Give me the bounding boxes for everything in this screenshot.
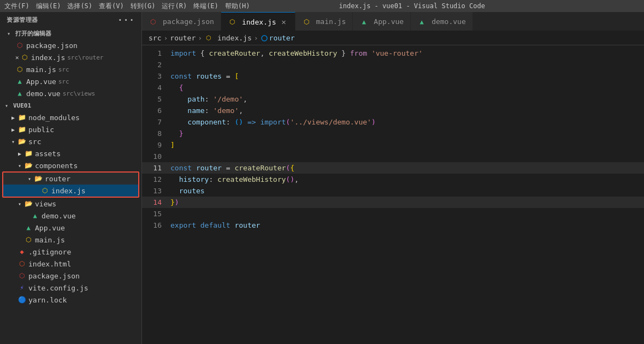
line-content: })	[168, 197, 644, 208]
tree-item-components[interactable]: ▾ 📂 components	[0, 159, 141, 171]
vue-icon: ▲	[15, 77, 24, 86]
spacer	[9, 259, 17, 268]
tab-main-js[interactable]: ⬡ main.js	[296, 12, 353, 31]
menu-view[interactable]: 查看(V)	[99, 2, 124, 11]
code-line-16: 16 export default router	[142, 220, 644, 231]
tree-item-assets[interactable]: ▶ 📁 assets	[0, 147, 141, 159]
line-content: ]	[168, 139, 644, 151]
js-icon: ⬡	[15, 65, 24, 74]
tree-item-gitignore[interactable]: ◆ .gitignore	[0, 246, 141, 258]
tree-item-demo-vue[interactable]: ▲ demo.vue	[0, 210, 141, 222]
open-file-main-js[interactable]: ⬡ main.js src	[0, 63, 141, 75]
breadcrumb-sep: ›	[163, 34, 168, 42]
open-file-index-js[interactable]: ✕ ⬡ index.js src\router	[0, 51, 141, 63]
code-line-7: 7 component: () => import('../views/demo…	[142, 116, 644, 128]
line-number: 5	[142, 93, 168, 105]
window-title: index.js - vue01 - Visual Studio Code	[250, 2, 575, 10]
line-content: history: createWebHistory(),	[168, 174, 644, 185]
open-file-demo-vue[interactable]: ▲ demo.vue src\views	[0, 87, 141, 99]
open-file-label: demo.vue	[26, 90, 61, 98]
editor-area: ⬡ package.json ⬡ index.js ✕ ⬡ main.js ▲ …	[142, 12, 644, 344]
folder-icon: 📂	[24, 161, 33, 170]
tree-item-public[interactable]: ▶ 📁 public	[0, 123, 141, 135]
expand-icon: ▶	[9, 113, 17, 122]
breadcrumb-symbol[interactable]: router	[261, 34, 295, 43]
open-editors-label: 打开的编辑器	[15, 29, 51, 38]
expand-icon: ▾	[15, 199, 24, 208]
tree-item-index-html[interactable]: ⬡ index.html	[0, 258, 141, 270]
vue-icon: ▲	[31, 211, 39, 220]
close-icon[interactable]: ✕	[15, 54, 19, 61]
project-section[interactable]: ▾ VUE01	[0, 99, 141, 111]
tree-item-package-json2[interactable]: ⬡ package.json	[0, 270, 141, 282]
tab-close-button[interactable]: ✕	[280, 17, 288, 26]
menu-file[interactable]: 文件(F)	[4, 2, 29, 11]
title-bar: 文件(F) 编辑(E) 选择(S) 查看(V) 转到(G) 运行(R) 终端(E…	[0, 0, 644, 12]
npm-icon: ⬡	[15, 41, 24, 50]
tree-item-router[interactable]: ▾ 📂 router	[3, 173, 138, 185]
tree-item-yarn-lock[interactable]: 🔵 yarn.lock	[0, 294, 141, 306]
menu-goto[interactable]: 转到(G)	[131, 2, 156, 11]
tree-item-label: components	[35, 162, 78, 170]
line-content: const router = createRouter({	[168, 162, 644, 174]
folder-icon: 📁	[24, 149, 33, 158]
line-number: 12	[142, 174, 168, 185]
line-number: 4	[142, 82, 168, 93]
tab-index-js[interactable]: ⬡ index.js ✕	[221, 12, 296, 31]
tree-item-node-modules[interactable]: ▶ 📁 node_modules	[0, 111, 141, 123]
folder-icon: 📂	[17, 137, 26, 146]
vue-icon: ▲	[15, 89, 24, 98]
tree-item-src[interactable]: ▾ 📂 src	[0, 135, 141, 147]
menu-select[interactable]: 选择(S)	[67, 2, 92, 11]
open-editors-section[interactable]: ▾ 打开的编辑器	[0, 27, 141, 39]
line-number: 16	[142, 220, 168, 231]
breadcrumb-sep: ›	[254, 34, 258, 42]
line-number: 1	[142, 48, 168, 59]
tree-item-main-js2[interactable]: ⬡ main.js	[0, 234, 141, 246]
yarn-icon: 🔵	[17, 295, 26, 304]
js-icon: ⬡	[24, 235, 33, 244]
breadcrumb-file[interactable]: index.js	[217, 34, 252, 42]
line-content: name: 'demo',	[168, 105, 644, 116]
sidebar-header: 资源管理器 ···	[0, 12, 141, 27]
menu-help[interactable]: 帮助(H)	[225, 2, 250, 11]
js-icon: ⬡	[40, 186, 49, 195]
spacer	[15, 223, 24, 232]
tree-item-app-vue2[interactable]: ▲ App.vue	[0, 222, 141, 234]
open-file-app-vue[interactable]: ▲ App.vue src	[0, 75, 141, 87]
project-arrow: ▾	[2, 101, 11, 110]
tree-item-router-index[interactable]: ⬡ index.js	[3, 185, 138, 197]
tab-package-json[interactable]: ⬡ package.json	[142, 12, 221, 31]
tree-item-label: assets	[35, 150, 61, 158]
open-file-package-json[interactable]: ⬡ package.json	[0, 39, 141, 51]
line-content: import { createRouter, createWebHistory …	[168, 48, 644, 59]
code-line-9: 9 ]	[142, 139, 644, 151]
tree-item-label: index.html	[28, 260, 71, 268]
code-editor[interactable]: 1 import { createRouter, createWebHistor…	[142, 45, 644, 344]
menu-edit[interactable]: 编辑(E)	[36, 2, 61, 11]
menu-terminal[interactable]: 终端(E)	[193, 2, 218, 11]
expand-icon: ▾	[25, 174, 34, 183]
spacer	[9, 271, 17, 280]
tab-app-vue[interactable]: ▲ App.vue	[353, 12, 411, 31]
tree-item-label: router	[45, 175, 70, 183]
file-path: src\views	[63, 90, 96, 97]
line-number: 11	[142, 162, 168, 174]
git-icon: ◆	[17, 247, 26, 256]
tree-item-views[interactable]: ▾ 📂 views	[0, 198, 141, 210]
spacer	[9, 283, 17, 292]
menu-bar[interactable]: 文件(F) 编辑(E) 选择(S) 查看(V) 转到(G) 运行(R) 终端(E…	[4, 2, 250, 11]
js-icon: ⬡	[302, 17, 311, 26]
line-number: 6	[142, 105, 168, 116]
tree-item-vite-config[interactable]: ⚡ vite.config.js	[0, 282, 141, 294]
sidebar-more-button[interactable]: ···	[117, 15, 135, 25]
vite-icon: ⚡	[17, 283, 26, 292]
tab-demo-vue[interactable]: ▲ demo.vue	[411, 12, 473, 31]
breadcrumb-router[interactable]: router	[170, 34, 196, 42]
tree-item-label: package.json	[28, 272, 80, 280]
tree-item-label: yarn.lock	[28, 296, 67, 304]
breadcrumb-src[interactable]: src	[149, 34, 161, 42]
line-content: const routes = [	[168, 70, 644, 82]
tree-item-label: public	[28, 126, 54, 134]
menu-run[interactable]: 运行(R)	[162, 2, 187, 11]
